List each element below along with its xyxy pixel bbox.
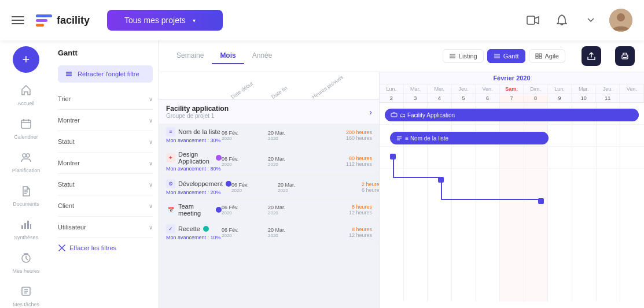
sidebar-item-mes-heures[interactable]: Mes heures [0,246,52,280]
gantt-connector-v1 [393,159,394,177]
sidebar-label-accueil: Accueil [17,101,34,106]
svg-point-18 [627,56,628,57]
logo-icon [36,14,52,27]
table-row[interactable]: ≡ Nom de la liste Mon avancement : 30% 0… [159,124,379,147]
gantt-main: Date début Date fin Heures prévues Facil… [159,72,644,308]
gantt-bar-facility[interactable]: 🗂 Facility Application [385,109,639,121]
list-icon: ≡ [166,127,175,136]
gantt-bar-list[interactable]: ≡ Nom de la liste [390,132,549,144]
gantt-connector-h1 [393,177,440,178]
sidebar: + Accueil Calendrier [0,40,52,308]
filter-utilisateur-row[interactable]: Utilisateur ∨ [58,221,153,233]
gantt-chart: Février 2020 Lun. Mar. Mer. Jeu. Ven. Sa… [379,72,644,308]
header: facility Tous mes projets ▾ [0,0,644,40]
calendar-icon [20,118,32,132]
status-dot [216,155,222,161]
chevron-down-icon: ∨ [149,139,153,145]
svg-rect-8 [27,221,29,229]
svg-rect-9 [30,224,31,229]
gantt-node [390,154,396,159]
syntheses-icon [20,218,32,233]
avatar[interactable] [609,9,632,32]
filter-collapse-button[interactable]: Rétracter l'onglet filtre [58,65,153,83]
task-name-cell: 📅 Team meeting [166,203,222,217]
sidebar-item-calendrier[interactable]: Calendrier [0,112,52,146]
task-date-end: 20 Mar. 2020 [278,182,324,193]
chevron-down-icon: ∨ [149,224,153,231]
task-name-cell: ⚙ Développement Mon avancement : 20% [166,179,231,195]
task-date-end: 20 Mar. 2020 [268,227,314,238]
home-icon [20,84,32,99]
filter-section-statut1: Statut ∨ [58,131,153,153]
filter-section-montrer1: Montrer ∨ [58,110,153,131]
task-name: ⚙ Développement [166,179,231,188]
view-tabs: Semaine Mois Année [168,48,280,64]
svg-point-5 [26,154,30,157]
dev-icon: ⚙ [166,179,175,188]
task-hours: 2 heures 6 heures [324,181,379,193]
filter-statut2-row[interactable]: Statut ∨ [58,179,153,190]
filter-montrer1-row[interactable]: Montrer ∨ [58,114,153,126]
chevron-down-icon: ∨ [149,117,153,124]
export-button[interactable] [582,46,601,66]
table-row[interactable]: 📅 Team meeting 06 Fév. 2020 20 Mar. 2020 [159,199,379,221]
listing-view-btn[interactable]: Listing [443,49,484,63]
tab-mois[interactable]: Mois [212,48,244,64]
print-button[interactable] [615,46,635,66]
task-hours: 8 heures 12 heures [314,227,372,238]
svg-rect-0 [527,16,535,24]
col-hours-header: Heures prévues [314,75,372,102]
sidebar-label-syntheses: Synthèses [14,235,38,240]
sidebar-item-documents[interactable]: Documents [0,179,52,213]
filter-trier-row[interactable]: Trier ∨ [58,93,153,105]
sidebar-item-syntheses[interactable]: Synthèses [0,213,52,246]
table-row[interactable]: ⚙ Développement Mon avancement : 20% 06 … [159,176,379,199]
logo-text: facility [57,14,90,27]
task-name: ✓ Recette [166,224,222,233]
group-expand-icon[interactable]: › [369,107,372,117]
sidebar-item-planification[interactable]: Planification [0,146,52,179]
header-actions [522,9,632,32]
filter-montrer2-row[interactable]: Montrer ∨ [58,157,153,169]
task-hours: 200 heures 160 heures [314,129,372,141]
tab-semaine[interactable]: Semaine [168,48,212,64]
task-date-end: 20 Mar. 2020 [268,205,314,216]
status-dot [216,207,222,213]
filter-clear-button[interactable]: Effacer les filtres [58,238,153,252]
sidebar-label-calendrier: Calendrier [14,134,38,140]
task-list: Date début Date fin Heures prévues Facil… [159,72,379,308]
svg-rect-17 [623,57,627,58]
task-hours: 80 heures 112 heures [314,155,372,167]
gantt-view-btn[interactable]: Gantt [487,49,525,63]
gantt-bars-area: 🗂 Facility Application ≡ Nom de la liste [380,103,644,302]
filter-statut1-row[interactable]: Statut ∨ [58,136,153,147]
table-row[interactable]: ✓ Recette Mon avancement : 10% 06 Fév. 2… [159,221,379,244]
bell-btn[interactable] [551,10,572,31]
add-button[interactable]: + [13,46,39,73]
col-datefin-header: Date fin [274,75,314,102]
main-layout: + Accueil Calendrier [0,40,644,308]
video-btn[interactable] [522,10,543,31]
agile-view-btn[interactable]: Agile [529,49,565,63]
sidebar-item-accueil[interactable]: Accueil [0,79,52,112]
chevron-down-icon: ∨ [149,203,153,209]
svg-rect-19 [391,113,397,117]
hamburger-menu[interactable] [12,16,24,24]
documents-icon [20,185,32,199]
sidebar-item-mes-taches[interactable]: Mes tâches [0,280,52,308]
view-switcher: Listing Gantt Agile [443,49,565,63]
chevron-down-icon: ∨ [149,160,153,166]
task-date-start: 06 Fév. 2020 [222,130,268,141]
task-group-facility[interactable]: Facility application Groupe de projet 1 … [159,100,379,124]
svg-point-4 [23,154,26,157]
filter-client-row[interactable]: Client ∨ [58,200,153,211]
table-row[interactable]: ✦ Design Application Mon avancement : 80… [159,147,379,176]
col-datestart-header: Date début [233,75,274,102]
project-chevron-icon: ▾ [193,17,196,24]
tab-annee[interactable]: Année [244,48,281,64]
user-menu-btn[interactable] [580,10,601,31]
svg-rect-14 [536,57,538,58]
meeting-icon: 📅 [166,205,175,214]
sidebar-label-mes-taches: Mes tâches [13,302,39,307]
project-selector[interactable]: Tous mes projets ▾ [107,10,223,31]
